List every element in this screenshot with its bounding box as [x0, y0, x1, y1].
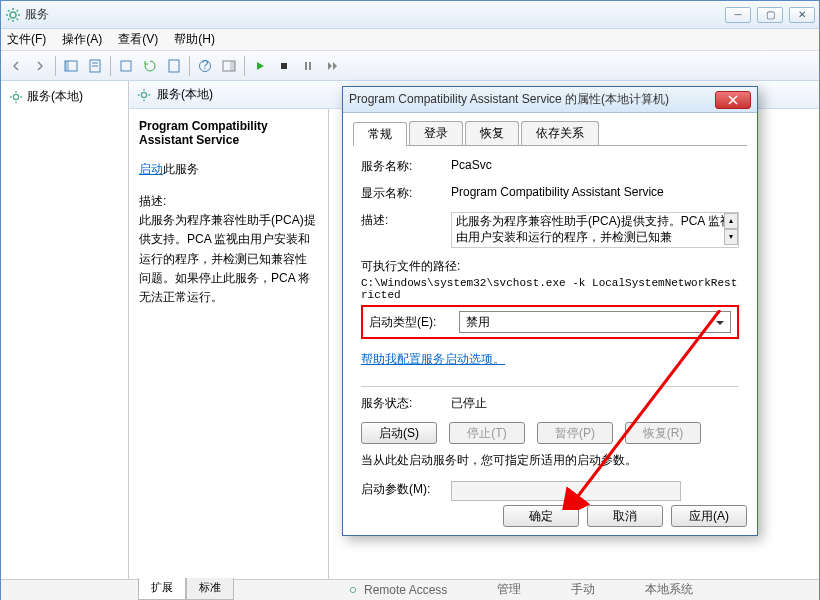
label-startup-type: 启动类型(E): [369, 314, 459, 331]
gear-icon [137, 88, 151, 102]
ok-button[interactable]: 确定 [503, 505, 579, 527]
start-suffix: 此服务 [163, 162, 199, 176]
list-peek-row: Remote Access 管理 手动 本地系统 [346, 581, 693, 598]
cancel-button[interactable]: 取消 [587, 505, 663, 527]
resume-button[interactable]: 恢复(R) [625, 422, 701, 444]
menu-help[interactable]: 帮助(H) [174, 31, 215, 48]
show-hide-tree-button[interactable] [60, 55, 82, 77]
menu-action[interactable]: 操作(A) [62, 31, 102, 48]
properties-button[interactable] [84, 55, 106, 77]
svg-rect-13 [305, 62, 307, 70]
svg-rect-11 [230, 61, 235, 71]
svg-rect-14 [309, 62, 311, 70]
label-start-params: 启动参数(M): [361, 481, 451, 498]
service-title: Program Compatibility Assistant Service [139, 119, 318, 147]
dialog-body: 常规 登录 恢复 依存关系 服务名称: PcaSvc 显示名称: Program… [343, 113, 757, 523]
toolbar: ? [1, 51, 819, 81]
help-button[interactable]: ? [194, 55, 216, 77]
stop-service-button[interactable] [273, 55, 295, 77]
pause-button[interactable]: 暂停(P) [537, 422, 613, 444]
close-button[interactable]: ✕ [789, 7, 815, 23]
export-button[interactable] [115, 55, 137, 77]
start-hint: 当从此处启动服务时，您可指定所适用的启动参数。 [361, 452, 739, 469]
svg-point-0 [10, 12, 16, 18]
value-display-name: Program Compatibility Assistant Service [451, 185, 739, 199]
svg-rect-6 [121, 61, 131, 71]
close-icon [727, 95, 739, 105]
pause-service-button[interactable] [297, 55, 319, 77]
label-display-name: 显示名称: [361, 185, 451, 202]
start-button[interactable]: 启动(S) [361, 422, 437, 444]
startup-type-dropdown[interactable]: 禁用 [459, 311, 731, 333]
window-title: 服务 [25, 6, 725, 23]
tree-item-services-local[interactable]: 服务(本地) [5, 85, 124, 108]
desc-text: 此服务为程序兼容性助手(PCA)提供支持。PCA 监视由用户安装和运行的程序，并… [139, 213, 316, 304]
svg-point-15 [13, 94, 18, 99]
detail-panel: Program Compatibility Assistant Service … [129, 109, 329, 579]
dialog-tabs: 常规 登录 恢复 依存关系 [353, 121, 747, 146]
back-button[interactable] [5, 55, 27, 77]
tab-recovery[interactable]: 恢复 [465, 121, 519, 145]
start-link[interactable]: 启动 [139, 162, 163, 176]
menu-file[interactable]: 文件(F) [7, 31, 46, 48]
description-box[interactable]: 此服务为程序兼容性助手(PCA)提供支持。PCA 监视由用户安装和运行的程序，并… [451, 212, 739, 248]
svg-rect-12 [281, 63, 287, 69]
dialog-footer: 确定 取消 应用(A) [503, 505, 747, 527]
gear-icon [346, 583, 360, 597]
startup-type-highlight: 启动类型(E): 禁用 [361, 305, 739, 339]
action-pane-button[interactable] [218, 55, 240, 77]
restart-service-button[interactable] [321, 55, 343, 77]
gear-icon [5, 7, 21, 23]
desc-scroll-down[interactable]: ▾ [724, 229, 738, 245]
label-service-name: 服务名称: [361, 158, 451, 175]
label-exe-path: 可执行文件的路径: [361, 259, 460, 273]
start-params-input[interactable] [451, 481, 681, 501]
right-header-title: 服务(本地) [157, 86, 213, 103]
minimize-button[interactable]: ─ [725, 7, 751, 23]
refresh-button[interactable] [139, 55, 161, 77]
value-exe-path: C:\Windows\system32\svchost.exe -k Local… [361, 277, 739, 301]
tab-general[interactable]: 常规 [353, 122, 407, 146]
titlebar[interactable]: 服务 ─ ▢ ✕ [1, 1, 819, 29]
forward-button[interactable] [29, 55, 51, 77]
tab-dependencies[interactable]: 依存关系 [521, 121, 599, 145]
desc-label: 描述: [139, 194, 166, 208]
tab-content-general: 服务名称: PcaSvc 显示名称: Program Compatibility… [353, 146, 747, 515]
gear-icon [9, 90, 23, 104]
tree-item-label: 服务(本地) [27, 88, 83, 105]
svg-point-17 [350, 587, 355, 592]
dialog-titlebar[interactable]: Program Compatibility Assistant Service … [343, 87, 757, 113]
label-status: 服务状态: [361, 395, 451, 412]
value-service-name: PcaSvc [451, 158, 739, 172]
tab-logon[interactable]: 登录 [409, 121, 463, 145]
svg-text:?: ? [202, 59, 209, 72]
bottom-tabs: 扩展 标准 [128, 578, 234, 600]
help-link[interactable]: 帮助我配置服务启动选项。 [361, 351, 505, 368]
stop-button[interactable]: 停止(T) [449, 422, 525, 444]
menu-view[interactable]: 查看(V) [118, 31, 158, 48]
svg-point-16 [141, 92, 146, 97]
value-status: 已停止 [451, 395, 487, 412]
dialog-close-button[interactable] [715, 91, 751, 109]
menubar: 文件(F) 操作(A) 查看(V) 帮助(H) [1, 29, 819, 51]
tab-extended[interactable]: 扩展 [138, 578, 186, 600]
tab-standard[interactable]: 标准 [186, 578, 234, 600]
svg-rect-2 [65, 61, 69, 71]
tree-pane: 服务(本地) [1, 81, 129, 579]
desc-scroll-up[interactable]: ▴ [724, 213, 738, 229]
start-service-button[interactable] [249, 55, 271, 77]
svg-rect-7 [169, 60, 179, 72]
label-description: 描述: [361, 212, 451, 229]
dialog-title: Program Compatibility Assistant Service … [349, 91, 715, 108]
apply-button[interactable]: 应用(A) [671, 505, 747, 527]
properties-button-2[interactable] [163, 55, 185, 77]
maximize-button[interactable]: ▢ [757, 7, 783, 23]
properties-dialog: Program Compatibility Assistant Service … [342, 86, 758, 536]
startup-type-value: 禁用 [466, 314, 490, 331]
